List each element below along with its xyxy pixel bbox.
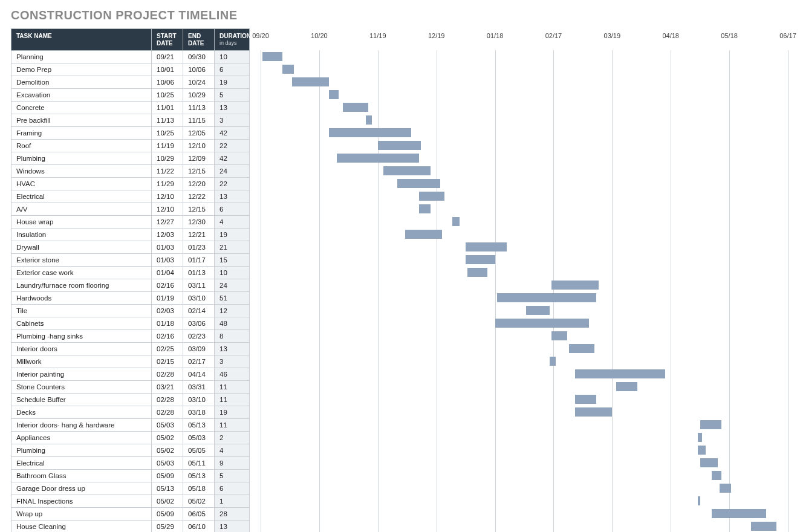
table-row: Schedule Buffer02/2803/1011	[11, 394, 250, 406]
task-duration-cell: 22	[215, 178, 250, 190]
gantt-row	[261, 63, 788, 76]
gantt-row	[261, 241, 788, 253]
task-duration-cell: 6	[215, 203, 250, 216]
task-name-cell: House Cleaning	[11, 521, 152, 533]
table-row: Demo Prep10/0110/066	[11, 63, 250, 76]
task-duration-cell: 3	[215, 114, 250, 127]
task-end-cell: 05/13	[183, 419, 215, 432]
axis-tick-label: 06/17	[779, 32, 796, 39]
gantt-bar	[452, 217, 460, 226]
task-start-cell: 11/01	[152, 102, 183, 114]
gantt-bar	[551, 281, 599, 290]
table-row: Exterior case work01/0401/1310	[11, 267, 250, 279]
task-start-cell: 05/09	[152, 508, 183, 521]
gantt-row	[261, 431, 788, 444]
table-row: Planning09/2109/3010	[11, 51, 250, 63]
gantt-row	[261, 126, 788, 139]
task-end-cell: 10/24	[183, 76, 215, 89]
gantt-row	[261, 291, 788, 304]
gantt-row	[261, 279, 788, 291]
table-row: Stone Counters03/2103/3111	[11, 381, 250, 394]
task-duration-cell: 11	[215, 381, 250, 394]
task-end-cell: 03/09	[183, 343, 215, 355]
task-end-cell: 02/23	[183, 330, 215, 343]
gantt-bar	[329, 128, 411, 137]
task-name-cell: Demolition	[11, 76, 152, 89]
task-start-cell: 01/03	[152, 241, 183, 254]
task-start-cell: 05/03	[152, 419, 183, 432]
task-start-cell: 03/21	[152, 381, 183, 394]
table-row: A/V12/1012/156	[11, 203, 250, 216]
task-start-cell: 02/25	[152, 343, 183, 355]
gantt-bar	[526, 306, 550, 315]
axis-tick-label: 03/19	[604, 32, 621, 39]
task-duration-cell: 1	[215, 495, 250, 508]
gantt-bar	[262, 52, 282, 61]
table-row: Exterior stone01/0301/1715	[11, 254, 250, 267]
task-duration-cell: 42	[215, 127, 250, 140]
table-row: Interior doors- hang & hardware05/0305/1…	[11, 419, 250, 432]
task-duration-cell: 19	[215, 406, 250, 419]
gantt-bar	[551, 331, 567, 340]
table-row: HVAC11/2912/2022	[11, 178, 250, 190]
task-duration-cell: 42	[215, 152, 250, 165]
task-duration-cell: 9	[215, 457, 250, 470]
gantt-row	[261, 317, 788, 329]
task-name-cell: Electrical	[11, 457, 152, 470]
task-duration-cell: 48	[215, 317, 250, 330]
gantt-bar	[405, 230, 442, 239]
gantt-row	[261, 406, 788, 418]
task-name-cell: Electrical	[11, 190, 152, 203]
task-name-cell: Laundry/furnace room flooring	[11, 279, 152, 292]
gantt-row	[261, 380, 788, 393]
table-row: Roof11/1912/1022	[11, 140, 250, 152]
task-start-cell: 11/13	[152, 114, 183, 127]
task-name-cell: House wrap	[11, 216, 152, 229]
gantt-row	[261, 228, 788, 241]
task-duration-cell: 22	[215, 140, 250, 152]
gantt-bar	[467, 268, 487, 277]
task-name-cell: Tile	[11, 305, 152, 317]
gantt-row	[261, 393, 788, 406]
gantt-bar	[292, 77, 329, 86]
task-name-cell: Interior doors	[11, 343, 152, 355]
task-duration-cell: 10	[215, 51, 250, 63]
task-name-cell: Plumbing	[11, 444, 152, 457]
task-start-cell: 02/28	[152, 406, 183, 419]
axis-tick-label: 02/17	[545, 32, 562, 39]
col-header-start: START DATE	[152, 29, 183, 51]
task-start-cell: 05/13	[152, 482, 183, 495]
task-start-cell: 11/22	[152, 165, 183, 178]
task-name-cell: FINAL Inspections	[11, 495, 152, 508]
task-duration-cell: 46	[215, 368, 250, 381]
gantt-row	[261, 482, 788, 495]
gantt-row	[261, 304, 788, 317]
task-name-cell: Interior doors- hang & hardware	[11, 419, 152, 432]
task-start-cell: 01/03	[152, 254, 183, 267]
table-row: Wrap up05/0906/0528	[11, 508, 250, 521]
task-duration-cell: 4	[215, 216, 250, 229]
table-row: Electrical12/1012/2213	[11, 190, 250, 203]
gantt-row	[261, 152, 788, 164]
col-header-end: END DATE	[183, 29, 215, 51]
task-duration-cell: 2	[215, 432, 250, 444]
task-name-cell: Exterior case work	[11, 267, 152, 279]
layout: TASK NAME START DATE END DATE DURATION i…	[11, 28, 789, 532]
task-end-cell: 11/15	[183, 114, 215, 127]
task-name-cell: Roof	[11, 140, 152, 152]
task-name-cell: Excavation	[11, 89, 152, 102]
task-name-cell: Hardwoods	[11, 292, 152, 305]
task-end-cell: 12/05	[183, 127, 215, 140]
axis-tick-label: 09/20	[252, 32, 269, 39]
task-start-cell: 10/06	[152, 76, 183, 89]
gantt-bar	[497, 293, 597, 302]
gantt-bar	[698, 433, 701, 442]
task-end-cell: 05/05	[183, 444, 215, 457]
col-header-duration: DURATION in days	[215, 29, 250, 51]
task-start-cell: 12/27	[152, 216, 183, 229]
gantt-bar	[616, 382, 638, 391]
task-end-cell: 12/15	[183, 203, 215, 216]
task-end-cell: 12/09	[183, 152, 215, 165]
task-name-cell: Windows	[11, 165, 152, 178]
task-start-cell: 05/02	[152, 495, 183, 508]
